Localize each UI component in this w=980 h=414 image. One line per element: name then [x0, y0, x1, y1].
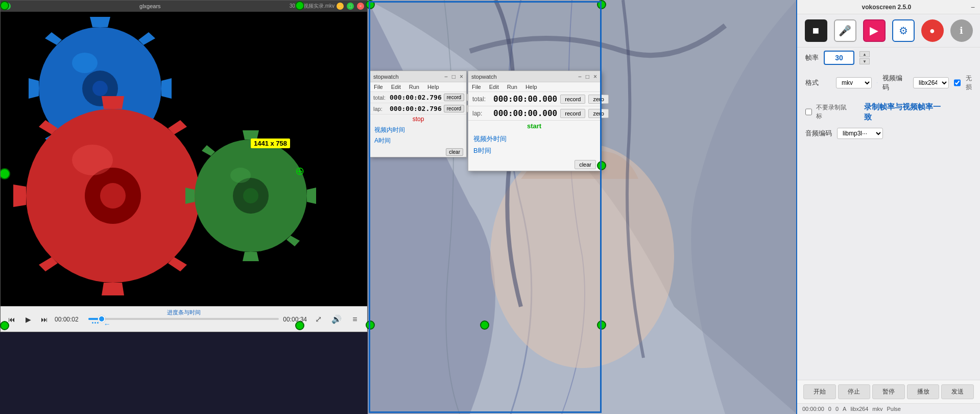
green-dot-top-mid [295, 1, 304, 10]
sw1-menu-edit[interactable]: Edit [390, 83, 402, 90]
fps-note: 录制帧率与视频帧率一致 [856, 100, 972, 124]
sw1-link1[interactable]: 视频内时间 [374, 126, 462, 134]
progress-bar-track[interactable] [88, 318, 279, 320]
status-val1: 0 [828, 406, 831, 412]
pause-recording-button[interactable]: 暂停 [872, 384, 905, 399]
record-button[interactable]: ● [921, 19, 944, 42]
send-button[interactable]: 发送 [941, 384, 974, 399]
svg-point-13 [230, 168, 251, 183]
svg-point-14 [243, 188, 258, 203]
sw1-link2[interactable]: A时间 [374, 136, 462, 145]
stopwatch1-window: stopwatch − □ × File Edit Run Help total… [370, 71, 467, 157]
screen-capture-button[interactable]: ■ [805, 19, 827, 42]
sw2-zero-btn[interactable]: zero [588, 95, 608, 104]
start-recording-button[interactable]: 开始 [803, 384, 836, 399]
stopwatch1-links: 视频内时间 A时间 [370, 124, 466, 147]
fps-up-button[interactable]: ▲ [859, 51, 870, 57]
sw1-maximize[interactable]: □ [452, 73, 456, 80]
voko-spacer [797, 141, 980, 380]
sw2-lap-record-btn[interactable]: record [560, 109, 585, 118]
fps-input[interactable] [824, 51, 854, 65]
sw1-minimize[interactable]: − [444, 73, 448, 80]
green-dot-sel-bottom-right [597, 320, 606, 330]
green-dot-sel-top-left [366, 0, 375, 9]
svg-point-6 [92, 81, 108, 96]
audio-codec-label: 音频编码 [805, 129, 832, 138]
maximize-button[interactable]: □ [347, 3, 354, 10]
play-media-button[interactable]: ▶ [863, 19, 886, 42]
sw2-menu-help[interactable]: Help [524, 83, 539, 90]
vokoscreen-close-button[interactable]: − [971, 3, 975, 11]
sw1-menu-help[interactable]: Help [426, 83, 441, 90]
status-fmt: mkv [872, 406, 882, 412]
sw2-menu-edit[interactable]: Edit [488, 83, 500, 90]
audio-codec-select[interactable]: libmp3l··· aac [837, 128, 883, 139]
sw1-stop-btn[interactable]: stop [370, 114, 466, 124]
progress-label: 进度条与时间 [167, 309, 201, 316]
lossless-checkbox[interactable] [954, 79, 961, 86]
status-codec: libx264 [850, 406, 868, 412]
stopwatch1-menubar: File Edit Run Help [370, 82, 466, 92]
canvas-size-label: 1441 x 758 [251, 139, 290, 148]
sw1-clear-btn[interactable]: clear [446, 148, 463, 156]
sw1-close[interactable]: × [460, 73, 463, 80]
glxgears-title: glxgears [11, 3, 290, 9]
sw1-menu-run[interactable]: Run [408, 83, 421, 90]
svg-point-1 [490, 143, 674, 368]
play-pause-button[interactable]: ▶ [22, 313, 34, 326]
sw2-maximize[interactable]: □ [586, 73, 589, 80]
blue-arrow-icon [877, 70, 877, 96]
no-mouse-row: 不要录制鼠标 录制帧率与视频帧率一致 [797, 98, 980, 126]
close-button[interactable]: × [357, 3, 364, 10]
format-row: 格式 mkv mp4 avi 视频编码 libx264 libx265 无损 [797, 68, 980, 98]
sw1-menu-file[interactable]: File [372, 83, 385, 90]
fullscreen-button[interactable]: ⤢ [311, 312, 325, 327]
sw2-total-label: total: [472, 96, 490, 103]
settings-button[interactable]: ⚙ [892, 19, 915, 42]
menu-button[interactable]: ≡ [348, 312, 362, 327]
sw2-start-btn[interactable]: start [468, 121, 600, 131]
format-select[interactable]: mkv mp4 avi [836, 77, 872, 88]
play-recording-button[interactable]: 播放 [907, 384, 940, 399]
vokoscreen-panel: vokoscreen 2.5.0 − ■ 🎤 ▶ ⚙ ● ℹ 帧率 ▲ ▼ [796, 0, 980, 414]
stopwatch1-lap-row: lap: 000:00:02.796 record zero [370, 103, 466, 114]
info-icon: ℹ [960, 25, 963, 36]
sw1-record-btn[interactable]: record [444, 94, 464, 101]
manga-hair-svg [368, 0, 797, 414]
glxgears-canvas: 1441 x 758 ⊕ [1, 12, 367, 306]
volume-button[interactable]: 🔊 [329, 312, 344, 327]
sw1-total-label: total: [373, 95, 388, 101]
progress-arrow-left: ← [104, 320, 111, 328]
stopwatch2-titlebar: stopwatch − □ × [468, 71, 600, 82]
audio-codec-row: 音频编码 libmp3l··· aac [797, 126, 980, 141]
sw2-link2[interactable]: B时间 [473, 146, 595, 155]
fps-down-button[interactable]: ▼ [859, 58, 870, 64]
sw2-close[interactable]: × [593, 73, 597, 80]
svg-point-9 [72, 145, 113, 175]
sw2-clear-btn[interactable]: clear [575, 160, 596, 169]
stopwatch1-total-row: total: 000:00:02.796 record zero [370, 92, 466, 103]
stop-recording-button[interactable]: 停止 [838, 384, 871, 399]
current-time-display: 00:00:02 [55, 316, 84, 323]
stopwatch2-total-row: total: 000:00:00.000 record zero [468, 92, 600, 106]
sw2-minimize[interactable]: − [578, 73, 582, 80]
video-codec-select[interactable]: libx264 libx265 [913, 77, 949, 88]
skip-forward-button[interactable]: ⏭ [38, 313, 51, 326]
sw2-menu-run[interactable]: Run [506, 83, 519, 90]
no-mouse-checkbox[interactable] [805, 108, 812, 116]
stopwatch2-title: stopwatch [471, 74, 578, 80]
microphone-button[interactable]: 🎤 [834, 19, 856, 42]
sw2-menu-file[interactable]: File [470, 83, 483, 90]
stopwatch2-lap-row: lap: 000:00:00.000 record zero [468, 106, 600, 121]
sw2-lap-zero-btn[interactable]: zero [588, 109, 608, 118]
microphone-icon: 🎤 [839, 25, 851, 37]
green-dot-sel-right-mid [597, 161, 606, 170]
info-button[interactable]: ℹ [950, 19, 973, 42]
voko-status-row: 00:00:00 0 0 A libx264 mkv Pulse [797, 404, 980, 414]
minimize-button[interactable]: − [337, 3, 344, 10]
glxgears-window: ● glxgears 30fps·视频实录.mkv − □ × [0, 0, 368, 332]
sw2-link1[interactable]: 视频外时间 [473, 134, 595, 144]
sw1-lap-record-btn[interactable]: record [444, 105, 464, 112]
sw2-record-btn[interactable]: record [560, 95, 585, 104]
progress-area[interactable]: 进度条与时间 ← [88, 318, 279, 321]
